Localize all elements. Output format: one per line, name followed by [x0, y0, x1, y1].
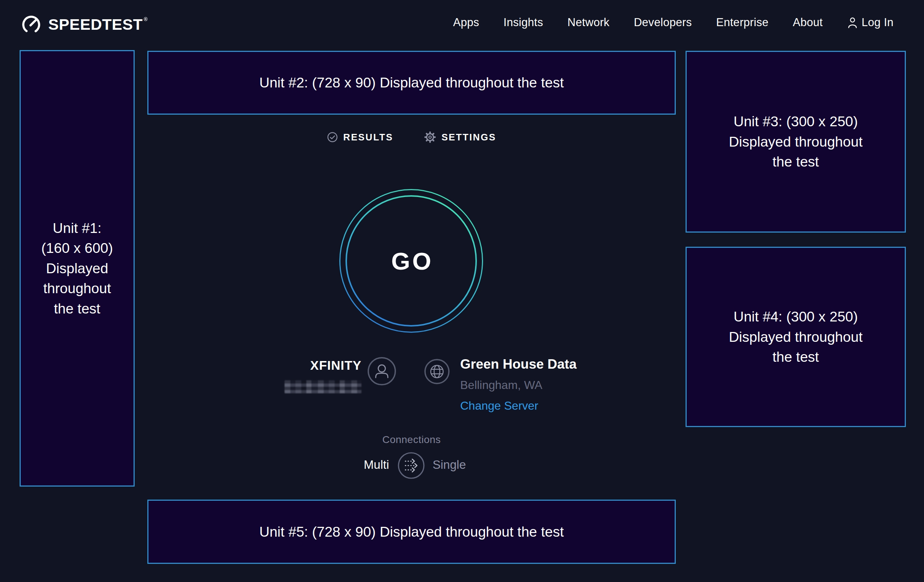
user-icon: [847, 17, 858, 28]
ad-unit-1-label: Unit #1: (160 x 600) Displayed throughou…: [41, 218, 113, 318]
connection-mode-multi[interactable]: Multi: [319, 458, 389, 472]
main-nav: Apps Insights Network Developers Enterpr…: [453, 16, 894, 29]
connections-label: Connections: [147, 434, 676, 445]
speedtest-logo[interactable]: SPEEDTEST ®: [20, 13, 148, 36]
server-name: Green House Data: [460, 357, 577, 372]
ad-unit-3-label: Unit #3: (300 x 250) Displayed throughou…: [729, 111, 863, 171]
ad-unit-4[interactable]: Unit #4: (300 x 250) Displayed throughou…: [686, 247, 906, 427]
redacted-ip: [285, 380, 361, 393]
ad-unit-2[interactable]: Unit #2: (728 x 90) Displayed throughout…: [147, 51, 676, 115]
results-label: RESULTS: [343, 132, 393, 143]
tab-settings[interactable]: SETTINGS: [424, 131, 496, 143]
nav-item-developers[interactable]: Developers: [634, 16, 692, 29]
server-globe-icon: [424, 358, 450, 385]
ad-unit-5[interactable]: Unit #5: (728 x 90) Displayed throughout…: [147, 500, 676, 564]
view-tabs: RESULTS SETTINGS: [147, 131, 676, 143]
logo-trademark: ®: [144, 16, 148, 22]
nav-item-insights[interactable]: Insights: [503, 16, 543, 29]
connection-mode-toggle[interactable]: [397, 452, 425, 480]
ad-unit-2-label: Unit #2: (728 x 90) Displayed throughout…: [259, 73, 564, 92]
gauge-icon: [20, 13, 43, 36]
settings-label: SETTINGS: [441, 132, 496, 143]
ad-unit-4-label: Unit #4: (300 x 250) Displayed throughou…: [729, 307, 863, 367]
change-server-link[interactable]: Change Server: [460, 399, 538, 412]
nav-item-network[interactable]: Network: [568, 16, 610, 29]
check-circle-icon: [327, 132, 338, 143]
go-label: GO: [338, 188, 484, 333]
ad-unit-5-label: Unit #5: (728 x 90) Displayed throughout…: [259, 522, 564, 542]
login-button[interactable]: Log In: [847, 16, 894, 29]
gear-icon: [424, 131, 436, 143]
ad-unit-1[interactable]: Unit #1: (160 x 600) Displayed throughou…: [20, 50, 135, 486]
logo-wordmark: SPEEDTEST ®: [48, 16, 148, 33]
speedtest-page: SPEEDTEST ® Apps Insights Network Develo…: [0, 0, 924, 582]
server-info: Green House Data Bellingham, WA Change S…: [460, 357, 577, 412]
connection-mode-single[interactable]: Single: [432, 458, 466, 472]
isp-user-icon: [367, 357, 396, 386]
ad-unit-3[interactable]: Unit #3: (300 x 250) Displayed throughou…: [686, 51, 906, 232]
isp-name: XFINITY: [267, 358, 361, 373]
server-location: Bellingham, WA: [460, 378, 577, 392]
nav-item-about[interactable]: About: [793, 16, 823, 29]
logo-text: SPEEDTEST: [48, 16, 143, 33]
nav-item-apps[interactable]: Apps: [453, 16, 479, 29]
tab-results[interactable]: RESULTS: [327, 131, 393, 143]
login-label: Log In: [861, 16, 894, 29]
nav-item-enterprise[interactable]: Enterprise: [716, 16, 768, 29]
go-button[interactable]: GO: [338, 188, 484, 333]
